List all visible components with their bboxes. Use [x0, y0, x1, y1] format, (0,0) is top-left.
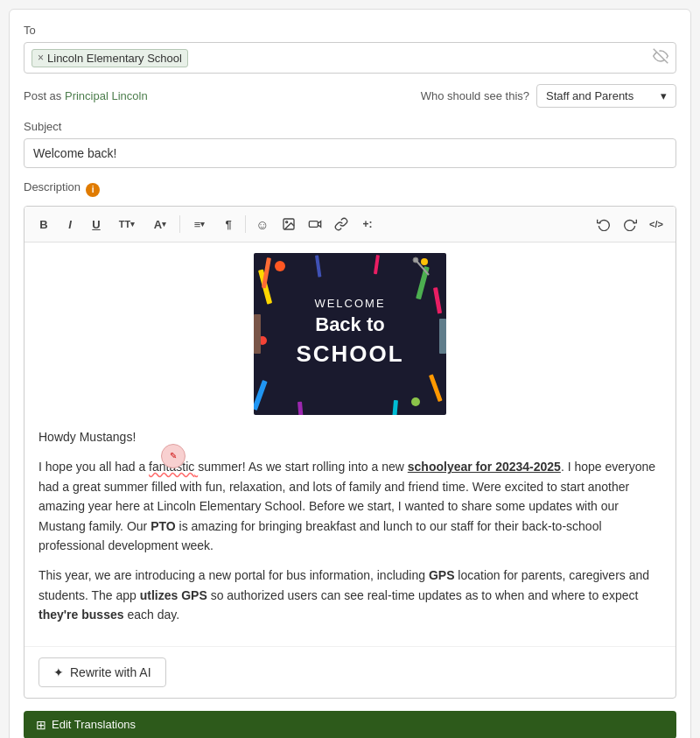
principal-link[interactable]: Principal Lincoln	[65, 89, 148, 102]
svg-point-15	[258, 336, 267, 345]
underline-bold-phrase: schoolyear for 20234-2025	[408, 460, 561, 474]
svg-point-2	[286, 221, 288, 223]
gps-text: GPS	[429, 568, 455, 582]
svg-rect-16	[315, 255, 321, 277]
svg-rect-11	[392, 400, 398, 415]
editor-content[interactable]: WELCOME Back to SCHOOL Howdy Mustangs! I…	[24, 242, 676, 646]
svg-rect-8	[254, 380, 268, 411]
para1-after: summer! As we start rolling into a new	[198, 460, 408, 474]
svg-point-13	[411, 397, 420, 406]
video-button[interactable]	[303, 212, 327, 236]
svg-rect-19	[439, 319, 446, 354]
plus-button[interactable]: +:	[355, 212, 380, 236]
svg-rect-18	[254, 314, 261, 354]
svg-rect-9	[429, 374, 443, 402]
para1-before: I hope you all had a	[38, 460, 149, 474]
translate-icon: ⊞	[36, 718, 46, 732]
to-label: To	[24, 24, 676, 37]
font-size-arrow-icon: ▾	[130, 220, 135, 228]
toolbar-divider-1	[179, 215, 180, 233]
description-label-row: Description i	[24, 180, 676, 199]
svg-point-14	[421, 258, 428, 265]
toolbar-divider-2	[245, 215, 246, 233]
who-sees-value: Staff and Parents	[546, 89, 634, 102]
description-section: Description i B I U TT ▾ A ▾ ≡ ▾ ¶ ☺	[24, 180, 676, 699]
post-as: Post as Principal Lincoln	[24, 89, 148, 102]
who-sees-dropdown[interactable]: Staff and Parents ▾	[536, 84, 676, 108]
rewrite-icon: ✦	[53, 665, 64, 679]
tag-label: Lincoln Elementary School	[47, 52, 182, 65]
paragraph-button[interactable]: ¶	[216, 212, 241, 236]
recipient-tag[interactable]: × Lincoln Elementary School	[32, 49, 188, 67]
paragraph-1: I hope you all had a fantastic ✎ summer!…	[38, 457, 662, 555]
rewrite-btn-row: ✦ Rewrite with AI	[24, 646, 676, 698]
editor: B I U TT ▾ A ▾ ≡ ▾ ¶ ☺	[24, 206, 676, 699]
align-button[interactable]: ≡ ▾	[185, 212, 214, 236]
svg-line-21	[416, 260, 429, 275]
bold-button[interactable]: B	[32, 212, 56, 236]
svg-point-12	[275, 261, 285, 271]
who-sees-label: Who should see this?	[421, 89, 529, 102]
font-button[interactable]: A ▾	[145, 212, 175, 236]
emoji-button[interactable]: ☺	[250, 212, 275, 236]
undo-button[interactable]	[592, 212, 616, 236]
para2-before: This year, we are introducing a new port…	[38, 568, 429, 582]
svg-rect-10	[298, 402, 304, 415]
greeting-text: Howdy Mustangs!	[38, 430, 136, 444]
align-arrow-icon: ▾	[200, 220, 205, 228]
image-wrapper: WELCOME Back to SCHOOL	[38, 253, 662, 415]
editor-toolbar: B I U TT ▾ A ▾ ≡ ▾ ¶ ☺	[24, 207, 676, 242]
pto-text: PTO	[150, 519, 176, 533]
spell-check-popup[interactable]: ✎	[161, 444, 186, 468]
link-button[interactable]	[329, 212, 354, 236]
to-input-left: × Lincoln Elementary School	[32, 49, 188, 67]
svg-rect-6	[416, 266, 430, 299]
to-section: To × Lincoln Elementary School	[24, 24, 676, 74]
who-sees-section: Who should see this? Staff and Parents ▾	[421, 84, 676, 108]
eye-off-icon	[653, 48, 668, 67]
svg-rect-5	[262, 257, 271, 288]
underline-button[interactable]: U	[84, 212, 108, 236]
rewrite-button[interactable]: ✦ Rewrite with AI	[38, 657, 166, 687]
font-arrow-icon: ▾	[162, 220, 166, 228]
redo-button[interactable]	[618, 212, 642, 236]
svg-point-20	[413, 257, 418, 263]
description-label: Description	[24, 180, 80, 193]
edit-translations-label: Edit Translations	[52, 718, 136, 731]
subject-input[interactable]	[24, 138, 676, 168]
greeting-paragraph: Howdy Mustangs!	[38, 427, 662, 446]
svg-rect-17	[374, 255, 380, 274]
utlizes-text: utlizes GPS	[140, 588, 207, 602]
para2-end: so authorized users can see real-time up…	[207, 588, 639, 602]
edit-translations-button[interactable]: ⊞ Edit Translations	[24, 711, 676, 738]
code-button[interactable]: </>	[644, 212, 668, 236]
school-image-text: WELCOME Back to SCHOOL	[296, 295, 403, 373]
italic-button[interactable]: I	[58, 212, 82, 236]
subject-label: Subject	[24, 120, 676, 133]
svg-rect-3	[309, 221, 318, 228]
paragraph-2: This year, we are introducing a new port…	[38, 566, 662, 624]
to-input-row[interactable]: × Lincoln Elementary School	[24, 42, 676, 74]
svg-rect-4	[258, 269, 272, 304]
main-container: To × Lincoln Elementary School Post as	[9, 9, 691, 738]
description-info-icon[interactable]: i	[86, 183, 100, 197]
font-size-button[interactable]: TT ▾	[110, 212, 144, 236]
subject-section: Subject	[24, 120, 676, 168]
busses-text: they're busses	[38, 608, 124, 622]
school-image: WELCOME Back to SCHOOL	[254, 253, 446, 415]
tag-x[interactable]: ×	[38, 52, 44, 64]
meta-row: Post as Principal Lincoln Who should see…	[24, 84, 676, 108]
dropdown-arrow-icon: ▾	[661, 89, 667, 102]
para2-final: each day.	[124, 608, 180, 622]
svg-rect-7	[433, 287, 442, 313]
bottom-bar: ⊞ Edit Translations Click to edit Google…	[24, 711, 676, 738]
image-button[interactable]	[276, 212, 301, 236]
rewrite-label: Rewrite with AI	[70, 665, 151, 679]
highlighted-word[interactable]: fantastic ✎	[149, 460, 198, 474]
